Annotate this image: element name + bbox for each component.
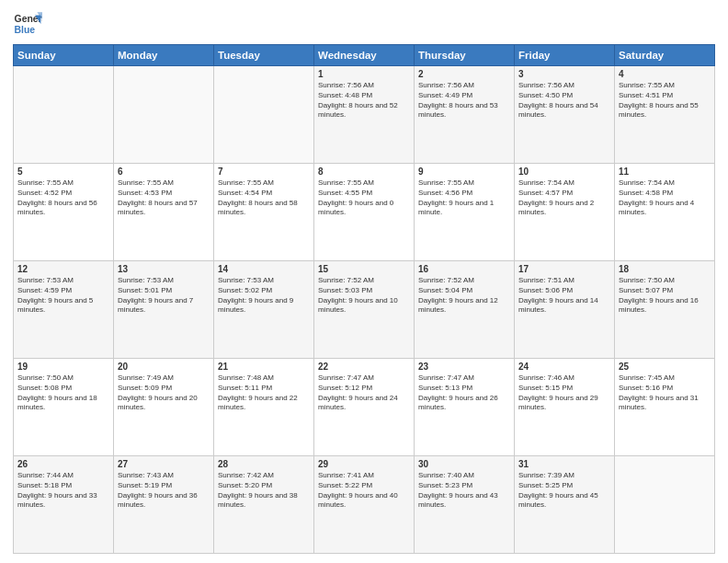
day-info: Sunrise: 7:45 AM Sunset: 5:16 PM Dayligh… [619, 373, 711, 413]
calendar-cell: 3Sunrise: 7:56 AM Sunset: 4:50 PM Daylig… [515, 66, 615, 164]
day-info: Sunrise: 7:55 AM Sunset: 4:55 PM Dayligh… [318, 178, 410, 218]
day-number: 31 [518, 459, 610, 469]
day-number: 2 [418, 69, 510, 79]
day-number: 10 [518, 167, 610, 177]
calendar-week-row: 12Sunrise: 7:53 AM Sunset: 4:59 PM Dayli… [14, 261, 715, 359]
calendar-table: SundayMondayTuesdayWednesdayThursdayFrid… [13, 44, 715, 554]
day-info: Sunrise: 7:53 AM Sunset: 4:59 PM Dayligh… [17, 276, 109, 316]
calendar-cell: 25Sunrise: 7:45 AM Sunset: 5:16 PM Dayli… [615, 359, 715, 456]
calendar-cell: 23Sunrise: 7:47 AM Sunset: 5:13 PM Dayli… [415, 359, 515, 456]
day-number: 27 [118, 459, 210, 469]
calendar-cell: 31Sunrise: 7:39 AM Sunset: 5:25 PM Dayli… [515, 456, 615, 554]
calendar-body: 1Sunrise: 7:56 AM Sunset: 4:48 PM Daylig… [14, 66, 715, 554]
day-info: Sunrise: 7:56 AM Sunset: 4:49 PM Dayligh… [418, 81, 510, 121]
day-info: Sunrise: 7:43 AM Sunset: 5:19 PM Dayligh… [118, 471, 210, 511]
calendar-cell: 8Sunrise: 7:55 AM Sunset: 4:55 PM Daylig… [314, 164, 415, 261]
day-number: 20 [118, 362, 210, 372]
weekday-header: Saturday [615, 45, 715, 66]
calendar-cell: 26Sunrise: 7:44 AM Sunset: 5:18 PM Dayli… [14, 456, 114, 554]
calendar-cell: 9Sunrise: 7:55 AM Sunset: 4:56 PM Daylig… [415, 164, 515, 261]
day-number: 4 [619, 69, 711, 79]
day-info: Sunrise: 7:55 AM Sunset: 4:51 PM Dayligh… [619, 81, 711, 121]
day-info: Sunrise: 7:53 AM Sunset: 5:02 PM Dayligh… [218, 276, 310, 316]
calendar-cell: 17Sunrise: 7:51 AM Sunset: 5:06 PM Dayli… [515, 261, 615, 359]
calendar-cell: 15Sunrise: 7:52 AM Sunset: 5:03 PM Dayli… [314, 261, 415, 359]
day-info: Sunrise: 7:52 AM Sunset: 5:04 PM Dayligh… [418, 276, 510, 316]
day-number: 22 [318, 362, 410, 372]
day-number: 18 [619, 264, 711, 274]
calendar-cell: 28Sunrise: 7:42 AM Sunset: 5:20 PM Dayli… [214, 456, 314, 554]
day-number: 28 [218, 459, 310, 469]
day-info: Sunrise: 7:56 AM Sunset: 4:50 PM Dayligh… [518, 81, 610, 121]
calendar-week-row: 1Sunrise: 7:56 AM Sunset: 4:48 PM Daylig… [14, 66, 715, 164]
calendar-cell: 19Sunrise: 7:50 AM Sunset: 5:08 PM Dayli… [14, 359, 114, 456]
day-number: 9 [418, 167, 510, 177]
calendar-week-row: 26Sunrise: 7:44 AM Sunset: 5:18 PM Dayli… [14, 456, 715, 554]
calendar-cell: 13Sunrise: 7:53 AM Sunset: 5:01 PM Dayli… [114, 261, 214, 359]
day-number: 11 [619, 167, 711, 177]
calendar-cell: 20Sunrise: 7:49 AM Sunset: 5:09 PM Dayli… [114, 359, 214, 456]
calendar-cell: 16Sunrise: 7:52 AM Sunset: 5:04 PM Dayli… [415, 261, 515, 359]
calendar-cell: 11Sunrise: 7:54 AM Sunset: 4:58 PM Dayli… [615, 164, 715, 261]
calendar-cell: 2Sunrise: 7:56 AM Sunset: 4:49 PM Daylig… [415, 66, 515, 164]
day-info: Sunrise: 7:47 AM Sunset: 5:13 PM Dayligh… [418, 373, 510, 413]
day-info: Sunrise: 7:46 AM Sunset: 5:15 PM Dayligh… [518, 373, 610, 413]
calendar-cell: 18Sunrise: 7:50 AM Sunset: 5:07 PM Dayli… [615, 261, 715, 359]
day-number: 26 [17, 459, 109, 469]
page: General Blue SundayMondayTuesdayWednesda… [0, 0, 728, 563]
day-number: 1 [318, 69, 410, 79]
day-number: 16 [418, 264, 510, 274]
calendar-cell [14, 66, 114, 164]
calendar-cell: 12Sunrise: 7:53 AM Sunset: 4:59 PM Dayli… [14, 261, 114, 359]
day-info: Sunrise: 7:52 AM Sunset: 5:03 PM Dayligh… [318, 276, 410, 316]
day-info: Sunrise: 7:55 AM Sunset: 4:52 PM Dayligh… [17, 178, 109, 218]
weekday-header: Friday [515, 45, 615, 66]
day-info: Sunrise: 7:48 AM Sunset: 5:11 PM Dayligh… [218, 373, 310, 413]
day-number: 24 [518, 362, 610, 372]
day-number: 29 [318, 459, 410, 469]
day-number: 25 [619, 362, 711, 372]
day-info: Sunrise: 7:54 AM Sunset: 4:58 PM Dayligh… [619, 178, 711, 218]
day-info: Sunrise: 7:41 AM Sunset: 5:22 PM Dayligh… [318, 471, 410, 511]
day-number: 12 [17, 264, 109, 274]
day-number: 15 [318, 264, 410, 274]
day-info: Sunrise: 7:55 AM Sunset: 4:53 PM Dayligh… [118, 178, 210, 218]
day-number: 19 [17, 362, 109, 372]
calendar-cell: 14Sunrise: 7:53 AM Sunset: 5:02 PM Dayli… [214, 261, 314, 359]
calendar-cell [214, 66, 314, 164]
day-number: 17 [518, 264, 610, 274]
weekday-header: Monday [114, 45, 214, 66]
calendar-cell: 10Sunrise: 7:54 AM Sunset: 4:57 PM Dayli… [515, 164, 615, 261]
calendar-cell: 7Sunrise: 7:55 AM Sunset: 4:54 PM Daylig… [214, 164, 314, 261]
calendar-cell: 29Sunrise: 7:41 AM Sunset: 5:22 PM Dayli… [314, 456, 415, 554]
day-info: Sunrise: 7:44 AM Sunset: 5:18 PM Dayligh… [17, 471, 109, 511]
day-info: Sunrise: 7:51 AM Sunset: 5:06 PM Dayligh… [518, 276, 610, 316]
day-number: 21 [218, 362, 310, 372]
day-number: 13 [118, 264, 210, 274]
day-number: 5 [17, 167, 109, 177]
weekday-header: Thursday [415, 45, 515, 66]
day-number: 7 [218, 167, 310, 177]
day-number: 14 [218, 264, 310, 274]
svg-text:Blue: Blue [15, 25, 36, 35]
calendar-cell: 27Sunrise: 7:43 AM Sunset: 5:19 PM Dayli… [114, 456, 214, 554]
day-info: Sunrise: 7:50 AM Sunset: 5:07 PM Dayligh… [619, 276, 711, 316]
day-info: Sunrise: 7:47 AM Sunset: 5:12 PM Dayligh… [318, 373, 410, 413]
calendar-cell: 1Sunrise: 7:56 AM Sunset: 4:48 PM Daylig… [314, 66, 415, 164]
day-info: Sunrise: 7:55 AM Sunset: 4:56 PM Dayligh… [418, 178, 510, 218]
weekday-header: Wednesday [314, 45, 415, 66]
logo-icon: General Blue [13, 9, 42, 39]
calendar-cell [615, 456, 715, 554]
calendar-cell: 30Sunrise: 7:40 AM Sunset: 5:23 PM Dayli… [415, 456, 515, 554]
day-info: Sunrise: 7:42 AM Sunset: 5:20 PM Dayligh… [218, 471, 310, 511]
day-info: Sunrise: 7:39 AM Sunset: 5:25 PM Dayligh… [518, 471, 610, 511]
day-info: Sunrise: 7:49 AM Sunset: 5:09 PM Dayligh… [118, 373, 210, 413]
day-number: 23 [418, 362, 510, 372]
calendar-cell: 21Sunrise: 7:48 AM Sunset: 5:11 PM Dayli… [214, 359, 314, 456]
calendar-cell: 5Sunrise: 7:55 AM Sunset: 4:52 PM Daylig… [14, 164, 114, 261]
weekday-header: Sunday [14, 45, 114, 66]
calendar-cell [114, 66, 214, 164]
weekday-header: Tuesday [214, 45, 314, 66]
day-number: 6 [118, 167, 210, 177]
day-number: 3 [518, 69, 610, 79]
